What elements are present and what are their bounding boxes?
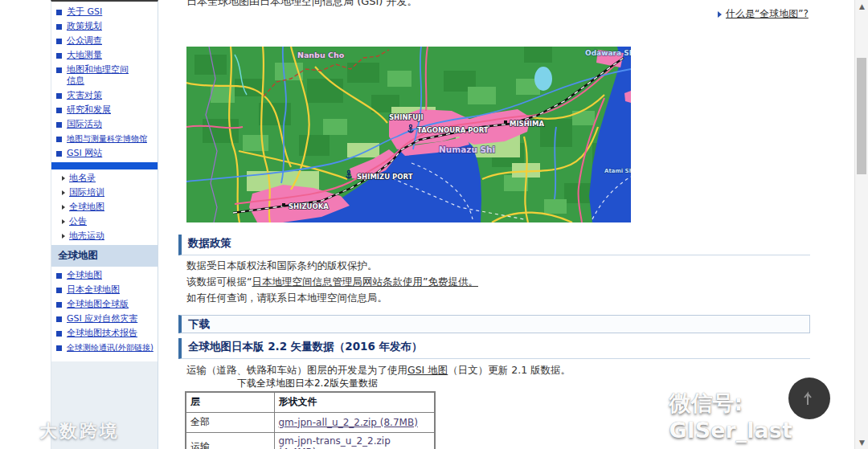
sidebar-subitem-notice[interactable]: 公告: [51, 214, 158, 229]
map-label-tagonoura-port: TAGONOURA PORT: [417, 126, 489, 134]
sidebar-link[interactable]: 日本全球地图: [67, 284, 120, 296]
sidebar-item-museum[interactable]: 地图与测量科学博物馆: [51, 132, 158, 146]
what-is-globalmap-link[interactable]: 什么是“全球地图”?: [718, 7, 809, 21]
sidebar-link[interactable]: 公众调查: [67, 35, 102, 47]
what-is-globalmap-anchor[interactable]: 什么是“全球地图”?: [726, 7, 809, 21]
table-row: 运输 gm-jpn-trans_u_2_2.zip (4.4MB): [186, 433, 435, 449]
map-label-shimizu-port: SHIMIZU PORT: [357, 173, 413, 181]
terms-of-use-link[interactable]: 日本地理空间信息管理局网站条款使用”免费提供。: [252, 276, 477, 288]
table-cell-layer: 全部: [186, 413, 274, 433]
data-policy-header: 数据政策: [178, 235, 810, 255]
sidebar-link[interactable]: 研究和发展: [67, 104, 111, 116]
download-trans-zip-link[interactable]: gm-jpn-trans_u_2_2.zip (4.4MB): [279, 435, 391, 449]
sidebar-item-geodesy[interactable]: 大地测量: [51, 48, 158, 63]
sidebar-link[interactable]: 公告: [69, 216, 87, 227]
square-bullet-icon: [56, 316, 62, 322]
sidebar-item-global-version[interactable]: 全球地图全球版: [51, 297, 158, 312]
wechat-watermark: 微信号: GISer_last: [620, 389, 868, 443]
sidebar-link[interactable]: 全球地图: [67, 270, 102, 281]
sidebar-item-about-gsi[interactable]: 关于 GSI: [51, 5, 158, 19]
download-table-caption: 下载全球地图日本2.2版矢量数据: [185, 377, 430, 390]
japan-global-map-image[interactable]: Nanbu Cho Odawara Shi SHINFUJI TAGONOURA…: [186, 47, 631, 222]
scroll-up-arrow[interactable]: ▲: [855, 0, 868, 13]
vertical-scrollbar[interactable]: ▲ ▼: [854, 0, 868, 449]
sidebar-link[interactable]: 政策规划: [67, 21, 102, 32]
download-description: 运输（道路、铁路和车站）图层的开发是为了使用GSI 地图（日文）更新 2.1 版…: [186, 362, 571, 378]
download-section-header: 下载: [178, 315, 810, 333]
sidebar-item-research[interactable]: 研究和发展: [51, 103, 158, 117]
sidebar-subitem-training[interactable]: 国际培训: [51, 186, 158, 200]
browser-page: 关于 GSI 政策规划 公众调查 大地测量 地图和地理空间信息 灾害对策 研究和…: [0, 0, 868, 449]
square-bullet-icon: [56, 302, 62, 308]
intro-text: 日本全球地图由日本地理空间信息局 (GSI) 开发。: [186, 0, 418, 9]
sidebar-item-public-survey[interactable]: 公众调查: [51, 34, 158, 48]
sidebar-link[interactable]: GSI 应对自然灾害: [67, 313, 137, 325]
map-svg: Nanbu Cho Odawara Shi SHINFUJI TAGONOURA…: [186, 47, 631, 222]
sidebar-link[interactable]: 地图与测量科学博物馆: [67, 133, 147, 145]
square-bullet-icon: [56, 288, 62, 293]
table-header-shapefile: 形状文件: [274, 392, 435, 413]
download-all-zip-link[interactable]: gm-jpn-all_u_2_2.zip (8.7MB): [279, 417, 418, 428]
sidebar-section-header: 全球地图: [51, 245, 158, 267]
table-header-row: 层 形状文件: [186, 392, 435, 413]
sidebar-item-tech-report[interactable]: 全球地图技术报告: [51, 326, 158, 341]
sidebar-link[interactable]: 关于 GSI: [67, 6, 102, 18]
sidebar-link[interactable]: 地图和地理空间信息: [67, 64, 134, 87]
sidebar-global-nav: 全球地图 日本全球地图 全球地图全球版 GSI 应对自然灾害 全球地图技术报告 …: [51, 268, 158, 355]
sidebar-link[interactable]: 国际培训: [69, 187, 104, 198]
scrollbar-thumb[interactable]: [857, 58, 866, 174]
sidebar-link[interactable]: 国际活动: [67, 119, 102, 130]
download-subsection-header: 全球地图日本版 2.2 矢量数据（2016 年发布）: [178, 338, 810, 359]
dashukuajing-text: 大数跨境: [39, 419, 120, 443]
sidebar-link[interactable]: 全球地图技术报告: [67, 328, 137, 339]
sidebar-link[interactable]: 全球测绘通讯(外部链接): [67, 342, 154, 353]
square-bullet-icon: [56, 24, 62, 30]
data-policy-line1: 数据受日本版权法和国际条约的版权保护。: [186, 258, 378, 274]
sidebar-link[interactable]: GSI 网站: [67, 148, 102, 159]
sidebar-link[interactable]: 灾害对策: [67, 90, 102, 101]
sidebar-item-maps-geospatial-info[interactable]: 地图和地理空间信息: [51, 63, 158, 88]
sidebar-subitem-gazetteer[interactable]: 地名录: [51, 171, 158, 186]
sidebar-link[interactable]: 地壳运动: [69, 231, 104, 242]
triangle-bullet-icon: [62, 234, 65, 239]
square-bullet-icon: [56, 53, 62, 59]
sidebar-item-global-newsletter[interactable]: 全球测绘通讯(外部链接): [51, 341, 158, 355]
sidebar-subitem-globalmap[interactable]: 全球地图: [51, 200, 158, 214]
table-cell-layer: 运输: [186, 433, 274, 449]
sidebar-item-global-map-japan[interactable]: 日本全球地图: [51, 283, 158, 297]
sidebar-item-international[interactable]: 国际活动: [51, 117, 158, 132]
sidebar-item-policy[interactable]: 政策规划: [51, 19, 158, 34]
sidebar-primary-nav: 关于 GSI 政策规划 公众调查 大地测量 地图和地理空间信息 灾害对策 研究和…: [51, 5, 158, 161]
map-lake-ashi: [534, 67, 552, 91]
sidebar-link[interactable]: 全球地图全球版: [67, 299, 129, 310]
table-cell-file: gm-jpn-all_u_2_2.zip (8.7MB): [274, 413, 435, 433]
sidebar-nav-panel: 关于 GSI 政策规划 公众调查 大地测量 地图和地理空间信息 灾害对策 研究和…: [51, 2, 158, 361]
sidebar-subitem-crustal[interactable]: 地壳运动: [51, 229, 158, 243]
map-label-odawara: Odawara Shi: [585, 49, 631, 57]
sidebar-link[interactable]: 全球地图: [69, 202, 104, 213]
sidebar-item-global-map[interactable]: 全球地图: [51, 268, 158, 283]
wechat-id-text: 微信号: GISer_last: [669, 389, 868, 443]
sidebar-link[interactable]: 地名录: [69, 173, 96, 184]
gsi-maps-link[interactable]: GSI 地图: [407, 364, 448, 376]
square-bullet-icon: [56, 10, 62, 15]
map-label-numazu: Numazu Shi: [439, 145, 495, 154]
triangle-bullet-icon: [62, 176, 65, 181]
map-label-nanbu-cho: Nanbu Cho: [297, 51, 345, 59]
sidebar-item-gsi-disaster-response[interactable]: GSI 应对自然灾害: [51, 312, 158, 326]
square-bullet-icon: [56, 122, 62, 128]
square-bullet-icon: [56, 137, 62, 142]
square-bullet-icon: [56, 39, 62, 44]
data-policy-line2: 该数据可根据“日本地理空间信息管理局网站条款使用”免费提供。: [186, 274, 478, 290]
sidebar-item-disaster[interactable]: 灾害对策: [51, 88, 158, 103]
square-bullet-icon: [56, 273, 62, 279]
data-policy-line2-prefix: 该数据可根据“: [186, 276, 252, 288]
triangle-bullet-icon: [718, 11, 722, 18]
table-header-layer: 层: [186, 392, 274, 413]
city-marker-mishima: [504, 120, 507, 124]
sidebar-link[interactable]: 大地测量: [67, 50, 102, 61]
city-marker-shizuoka: [282, 203, 285, 206]
triangle-bullet-icon: [62, 205, 65, 210]
sidebar-item-gsi-website[interactable]: GSI 网站: [51, 146, 158, 161]
download-desc-suffix: （日文）更新 2.1 版数据。: [448, 364, 571, 376]
